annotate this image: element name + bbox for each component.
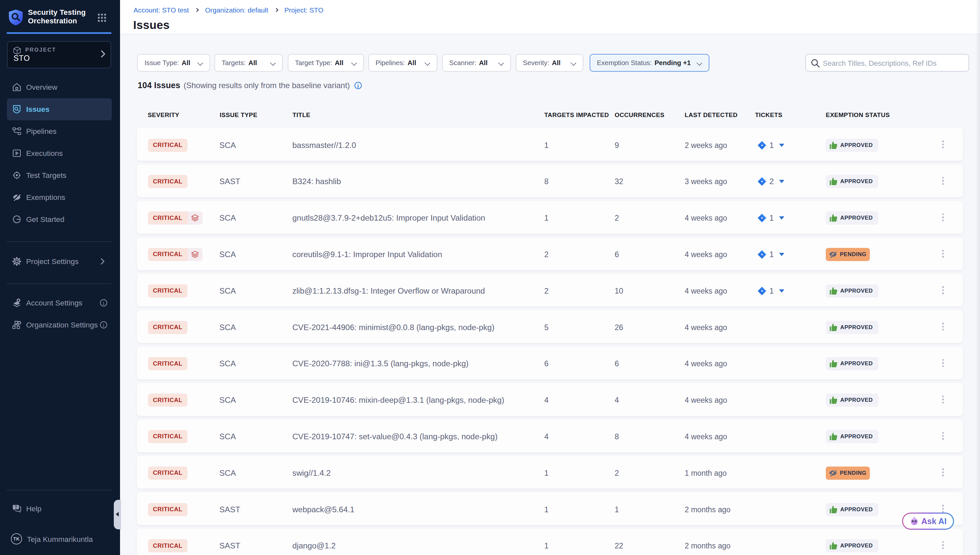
svg-text:?: ? <box>14 505 17 509</box>
